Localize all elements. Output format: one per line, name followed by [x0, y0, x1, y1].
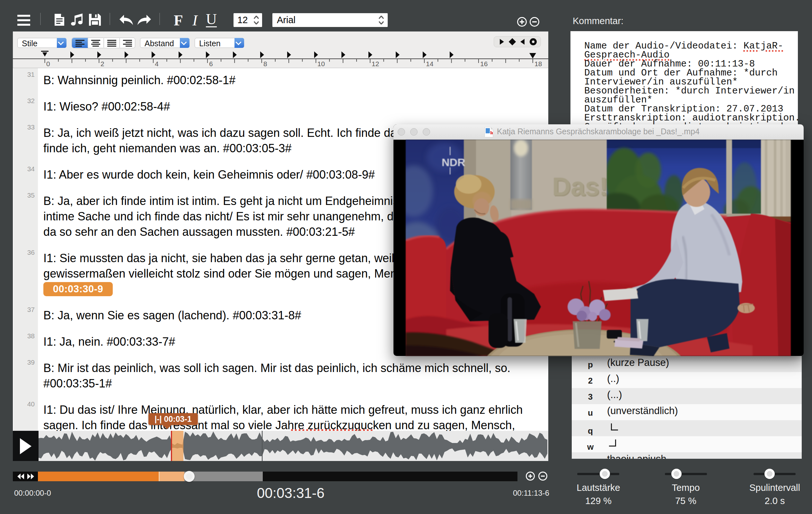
svg-text:14: 14	[426, 60, 434, 67]
svg-text:12: 12	[372, 60, 379, 67]
svg-text:0: 0	[46, 60, 50, 67]
svg-text:6: 6	[209, 60, 213, 67]
svg-text:18: 18	[534, 60, 542, 67]
svg-text:4: 4	[155, 60, 159, 67]
svg-text:8: 8	[263, 60, 267, 67]
svg-text:2: 2	[100, 60, 105, 67]
svg-text:16: 16	[480, 60, 488, 67]
svg-text:10: 10	[317, 60, 325, 67]
